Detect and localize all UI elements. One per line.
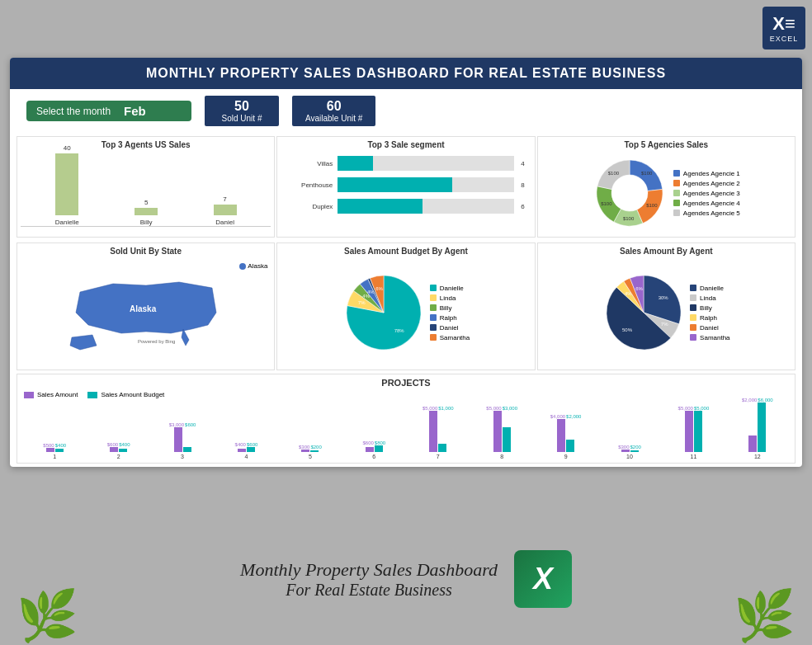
sale-segment-num: 6 [521, 203, 524, 210]
top3-agents-chart: Top 3 Agents US Sales 40 Danielle 5 Bill… [17, 136, 275, 238]
pie-legend-label: Danielle [440, 285, 464, 292]
available-units-num: 60 [305, 99, 362, 114]
svg-text:$100: $100 [623, 216, 635, 221]
pie-legend-item: Daniel [430, 324, 470, 332]
pie-legend-label: Ralph [700, 314, 717, 322]
month-selector-label: Select the month [36, 106, 111, 117]
agency-legend-dot [673, 200, 680, 206]
project-month-group: $500 $400 1 [24, 443, 85, 459]
project-month-group: $5,000 $1,000 7 [408, 406, 469, 459]
projects-legend: Sales Amount Sales Amount Budget [24, 391, 788, 398]
agency-legend-dot [673, 180, 680, 186]
proj-budget-bar [375, 445, 383, 452]
budget-legend-label: Sales Amount Budget [101, 391, 164, 398]
pie-legend-dot [430, 304, 437, 311]
agency-legend-item: Agendes Agencie 3 [673, 190, 740, 197]
agents-bar-chart: 40 Danielle 5 Billy 7 Daniel [21, 153, 271, 227]
map-legend: Alaska [239, 262, 267, 270]
pie-legend-label: Linda [700, 294, 716, 302]
pie-legend-label: Daniel [700, 324, 719, 332]
sales-budget-pie-container: 78%7%4%4%6% Danielle Linda Billy Ralph D… [281, 259, 531, 366]
pie-legend-dot [690, 324, 696, 331]
sales-amount-pie-container: 30%7%50%4%6% Danielle Linda Billy Ralph … [541, 259, 791, 366]
proj-bar-pair [46, 448, 64, 452]
pie-legend-item: Billy [690, 304, 729, 312]
proj-budget-bar [183, 447, 191, 452]
proj-month-label: 2 [117, 454, 120, 459]
excel-icon-badge: X≡ EXCEL [762, 7, 805, 49]
agent-bar-name: Daniel [215, 219, 234, 226]
proj-sales-bar [110, 447, 118, 452]
agent-bar-value: 5 [144, 199, 148, 206]
proj-budget-bar [630, 450, 639, 452]
top5-agencies-title: Top 5 Agencies Sales [541, 140, 791, 149]
dashboard-title: MONTHLY PROPERTY SALES DASHBOARD FOR REA… [146, 66, 666, 80]
proj-month-label: 10 [626, 454, 633, 459]
proj-budget-bar [119, 449, 127, 452]
proj-bar-pair [429, 411, 446, 452]
bottom-text: Monthly Property Sales Dashboard For Rea… [240, 559, 498, 600]
agencies-legend: Agendes Agencie 1 Agendes Agencie 2 Agen… [673, 170, 740, 217]
pie-legend-label: Linda [440, 294, 456, 302]
proj-sales-bar [366, 447, 374, 452]
mid-charts-row: Sold Unit By State Alaska Alaska Powered… [10, 241, 802, 372]
agent-bar-group: 5 Billy [135, 199, 158, 226]
projects-title: PROJECTS [24, 378, 788, 388]
pie-legend-item: Samantha [430, 334, 470, 341]
pie-legend-label: Danielle [700, 285, 724, 292]
sale-segment-row: Villas 4 [287, 156, 524, 171]
sold-units-box: 50 Sold Unit # [205, 96, 279, 126]
proj-month-label: 1 [53, 454, 56, 459]
project-month-group: $3,000 $600 3 [152, 422, 213, 459]
pie-legend-label: Samantha [700, 334, 729, 341]
project-bars: $500 $400 1 $600 $400 2 $3,000 $600 [24, 402, 788, 459]
sales-amount-pie-svg: 30%7%50%4%6% [602, 271, 685, 354]
available-units-label: Available Unit # [305, 114, 362, 123]
pie-legend-label: Daniel [440, 324, 459, 332]
sale-segment-fill [338, 177, 452, 192]
proj-bar-pair [685, 411, 702, 452]
sold-by-state-chart: Sold Unit By State Alaska Alaska Powered… [17, 242, 275, 370]
proj-month-label: 6 [372, 454, 375, 459]
agency-legend-item: Agendes Agencie 4 [673, 200, 740, 207]
proj-budget-bar [247, 447, 255, 452]
proj-month-label: 4 [245, 454, 248, 459]
proj-budget-bar [694, 411, 702, 452]
agent-bar-value: 40 [64, 144, 71, 152]
proj-sales-bar [46, 448, 54, 452]
sales-budget-pie-svg: 78%7%4%4%6% [342, 271, 425, 354]
excel-logo: X [514, 550, 572, 608]
agent-bar-name: Billy [140, 219, 153, 226]
map-legend-dot [239, 263, 246, 270]
top3-sale-title: Top 3 Sale segment [281, 140, 531, 149]
sale-segment-num: 8 [521, 181, 524, 189]
proj-budget-bar [55, 449, 64, 452]
svg-text:$100: $100 [608, 171, 620, 176]
sale-segment-track [338, 199, 514, 214]
proj-bar-pair [238, 447, 255, 452]
sales-budget-title: Sales Amount Budget By Agent [281, 247, 531, 256]
project-month-group: $300 $200 5 [280, 445, 341, 459]
available-units-box: 60 Available Unit # [292, 96, 375, 126]
excel-logo-x: X [533, 562, 553, 596]
budget-legend-color [87, 392, 97, 398]
pie-legend-label: Billy [440, 304, 452, 312]
proj-sales-bar [621, 450, 630, 452]
sales-amount-title: Sales Amount By Agent [541, 247, 791, 256]
sale-segment-track [338, 177, 514, 192]
project-month-group: $300 $200 10 [599, 445, 660, 459]
proj-month-label: 5 [309, 454, 312, 459]
sale-segment-chart: Villas 4 Penthouse 8 Duplex 6 [281, 153, 531, 217]
plant-right-decoration: 🌿 [734, 586, 795, 645]
pie-legend-dot [690, 304, 696, 311]
bottom-line2: For Real Estate Business [240, 581, 498, 600]
proj-bar-pair [110, 447, 127, 452]
pie-legend-item: Ralph [430, 314, 470, 322]
month-selector[interactable]: Select the month Feb [26, 101, 191, 121]
agent-bar-group: 7 Daniel [214, 195, 237, 226]
proj-sales-bar [429, 411, 437, 452]
pie-legend-label: Billy [700, 304, 712, 312]
top5-agencies-chart: Top 5 Agencies Sales $100$100$100$100$10… [537, 136, 795, 238]
sale-segment-label: Penthouse [287, 181, 333, 189]
sale-segment-row: Penthouse 8 [287, 177, 524, 192]
